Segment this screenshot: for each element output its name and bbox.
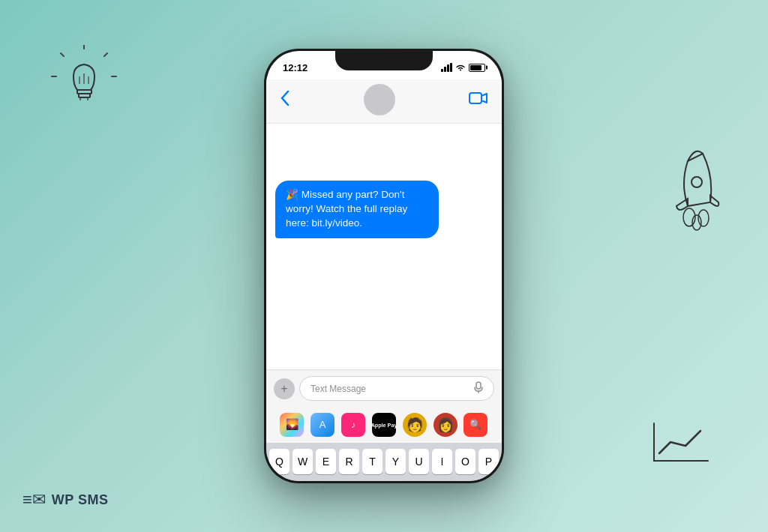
keyboard: Q W E R T Y U I O P (266, 443, 502, 481)
svg-text:🔍: 🔍 (470, 418, 482, 431)
key-I[interactable]: I (432, 449, 452, 474)
key-T[interactable]: T (362, 449, 382, 474)
key-Y[interactable]: Y (386, 449, 406, 474)
battery-icon (469, 64, 485, 72)
svg-rect-19 (476, 382, 481, 389)
input-placeholder: Text Message (310, 384, 366, 394)
status-icons (441, 63, 485, 73)
back-button[interactable] (280, 90, 290, 110)
key-W[interactable]: W (292, 449, 313, 474)
phone-notch (335, 51, 433, 70)
svg-line-2 (104, 53, 107, 56)
appstore-app-icon[interactable]: A (310, 413, 334, 437)
svg-text:A: A (320, 419, 326, 430)
globe-icon[interactable]: 🔍 (464, 413, 488, 437)
nav-bar (266, 79, 502, 124)
svg-rect-9 (79, 94, 90, 97)
status-time: 12:12 (283, 62, 308, 73)
photos-app-icon[interactable]: 🌄 (280, 413, 304, 437)
svg-text:Apple Pay: Apple Pay (372, 422, 396, 429)
key-R[interactable]: R (339, 449, 359, 474)
key-U[interactable]: U (409, 449, 429, 474)
signal-bars-icon (441, 63, 452, 72)
apple-pay-icon[interactable]: Apple Pay (372, 413, 396, 437)
contact-avatar (364, 84, 395, 115)
logo-text: WP SMS (52, 492, 109, 508)
svg-text:🌄: 🌄 (286, 418, 299, 431)
rocket-icon (646, 139, 736, 244)
phone-body: 12:12 (264, 49, 504, 483)
music-app-icon[interactable]: ♪ (341, 413, 365, 437)
key-P[interactable]: P (478, 449, 499, 474)
key-Q[interactable]: Q (269, 449, 290, 474)
lightbulb-icon (49, 45, 120, 120)
messages-area: 🎉 Missed any part? Don't worry! Watch th… (266, 124, 502, 369)
phone-mockup: 12:12 (264, 49, 504, 483)
svg-line-1 (61, 53, 64, 56)
app-shortcuts-row: 🌄 A ♪ Apple Pay 🧑 👩 🔍 (266, 407, 502, 443)
mic-icon (474, 381, 483, 396)
svg-text:♪: ♪ (351, 420, 356, 430)
wp-sms-logo: ≡✉ WP SMS (22, 490, 109, 510)
memoji2-icon[interactable]: 👩 (434, 413, 458, 437)
message-input[interactable]: Text Message (299, 376, 494, 401)
svg-rect-18 (470, 93, 482, 103)
svg-point-12 (692, 177, 702, 187)
add-attachment-button[interactable]: + (274, 378, 295, 399)
input-bar: + Text Message (266, 369, 502, 407)
key-O[interactable]: O (455, 449, 476, 474)
send-icon: ≡✉ (22, 490, 46, 510)
keyboard-row-1: Q W E R T Y U I O P (269, 449, 499, 474)
chart-icon (648, 420, 712, 468)
video-call-button[interactable] (469, 91, 488, 109)
key-E[interactable]: E (316, 449, 336, 474)
message-text: 🎉 Missed any part? Don't worry! Watch th… (286, 189, 407, 229)
phone-screen: 12:12 (266, 51, 502, 481)
message-bubble: 🎉 Missed any part? Don't worry! Watch th… (275, 181, 439, 238)
memoji1-icon[interactable]: 🧑 (403, 413, 427, 437)
wifi-icon (455, 63, 466, 73)
